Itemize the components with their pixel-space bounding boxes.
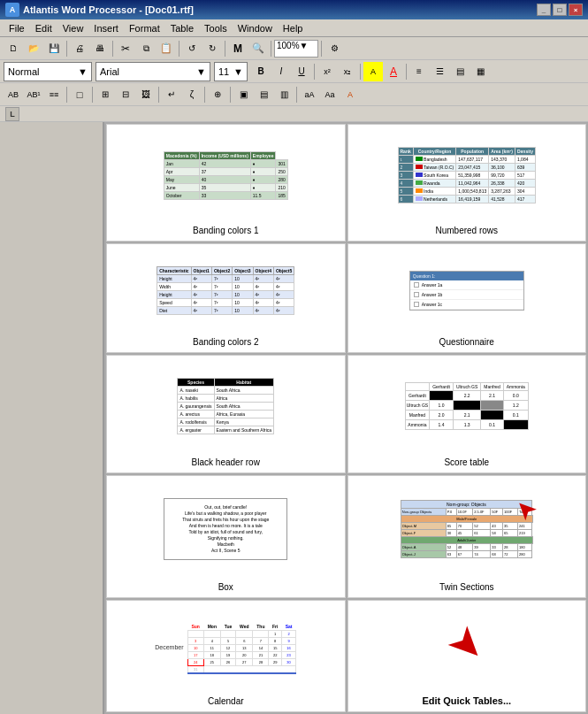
box-text-content: Out, out, brief candle! Life's but a wal… (170, 504, 281, 554)
thumb-img-nr: Rank Country/Region Population Area (km²… (352, 128, 583, 222)
align-right-button[interactable]: ▤ (450, 62, 470, 81)
find-button[interactable]: M (228, 39, 248, 58)
thumb-img-bc1: Macedonia (%)Income (USD millions)Employ… (111, 128, 341, 222)
menu-tools[interactable]: Tools (199, 21, 233, 35)
font-color-button[interactable]: A (384, 62, 403, 81)
italic-button[interactable]: I (271, 62, 291, 81)
paste-button[interactable]: 📋 (157, 39, 176, 58)
thumb-label-quest: Questionnaire (439, 337, 494, 347)
style-dropdown-icon: ▼ (78, 66, 88, 77)
main-content: Macedonia (%)Income (USD millions)Employ… (0, 122, 588, 714)
thumb-img-edit-qt: ➤ (352, 604, 583, 692)
thumb-label-box: Box (218, 582, 233, 592)
thumbnail-numbered-rows[interactable]: Rank Country/Region Population Area (km²… (347, 124, 587, 242)
new-button[interactable]: 🗋 (4, 39, 23, 58)
menu-help[interactable]: Help (278, 21, 309, 35)
sep-f1 (314, 64, 315, 80)
tb2-btn14[interactable]: aA (300, 85, 319, 104)
thumbnail-questionnaire[interactable]: Question 1: Answer 1a Answer 1b Answer 1… (347, 243, 587, 353)
close-button[interactable]: × (569, 4, 583, 16)
minimize-button[interactable]: _ (537, 4, 551, 16)
thumb-img-box: Out, out, brief candle! Life's but a wal… (111, 480, 341, 579)
bold-button[interactable]: B (251, 62, 271, 81)
window-title: Atlantis Word Processor - [Doc01.rtf] (23, 4, 537, 15)
font-value: Arial (100, 66, 119, 77)
thumbnail-edit-quick-tables[interactable]: ➤ Edit Quick Tables... (347, 600, 587, 712)
thumbnail-banding-colors-1[interactable]: Macedonia (%)Income (USD millions)Employ… (106, 124, 346, 242)
thumb-img-twin: Nom-group: Objects Non-group Objects P.0… (396, 480, 538, 579)
print-button[interactable]: 🖶 (90, 39, 110, 58)
open-button[interactable]: 📂 (24, 39, 43, 58)
align-left-button[interactable]: ≡ (409, 62, 429, 81)
size-dropdown-icon: ▼ (233, 66, 243, 77)
sep-1 (66, 41, 67, 57)
tb2-btn12[interactable]: ▤ (254, 85, 273, 104)
thumb-img-bhr: SpeciesHabitat A. nasekiSouth Africa A. … (111, 359, 341, 453)
superscript-button[interactable]: x² (317, 62, 337, 81)
style-combo[interactable]: Normal ▼ (4, 62, 92, 81)
tb2-btn5[interactable]: ⊞ (95, 85, 115, 104)
subscript-button[interactable]: x₂ (338, 62, 357, 81)
search-button[interactable]: 🔍 (248, 39, 268, 58)
size-combo[interactable]: 11 ▼ (214, 62, 248, 81)
thumb-label-edit-qt: Edit Quick Tables... (422, 695, 511, 706)
thumbnail-twin-sections[interactable]: Nom-group: Objects Non-group Objects P.0… (347, 475, 587, 598)
thumb-label-bhr: Black header row (192, 457, 260, 467)
tb2-btn15[interactable]: Aa (320, 85, 340, 104)
thumbnail-banding-colors-2[interactable]: CharacteristicObject1Object2Object3Objec… (106, 243, 346, 353)
align-center-button[interactable]: ☰ (430, 62, 449, 81)
sep-t5 (230, 87, 231, 103)
tb2-btn9[interactable]: ζ (182, 85, 202, 104)
copy-button[interactable]: ⧉ (136, 39, 156, 58)
tb2-btn13[interactable]: ▥ (274, 85, 294, 104)
tb2-btn2[interactable]: AB¹ (24, 85, 43, 104)
underline-button[interactable]: U (292, 62, 311, 81)
zoom-combo[interactable]: 100%▼ (274, 40, 318, 58)
style-font-toolbar: Normal ▼ Arial ▼ 11 ▼ B I U x² x₂ A A ≡ … (0, 60, 588, 83)
undo-button[interactable]: ↺ (182, 39, 202, 58)
sep-t1 (66, 87, 67, 103)
thumb-label-cal: Calendar (208, 696, 244, 706)
menu-bar: File Edit View Insert Format Table Tools… (0, 19, 588, 37)
tb2-btn1[interactable]: AB (4, 85, 23, 104)
quick-tables-grid[interactable]: Macedonia (%)Income (USD millions)Employ… (104, 122, 588, 714)
menu-insert[interactable]: Insert (88, 21, 124, 35)
menu-edit[interactable]: Edit (30, 21, 57, 35)
window-controls: _ □ × (537, 4, 583, 16)
sep-f2 (360, 64, 361, 80)
tb2-btn10[interactable]: ⊕ (208, 85, 227, 104)
tb2-btn3[interactable]: ≡≡ (44, 85, 64, 104)
tb2-btn6[interactable]: ⊟ (116, 85, 135, 104)
sep-5 (271, 41, 271, 57)
tb2-btn11[interactable]: ▣ (233, 85, 253, 104)
menu-file[interactable]: File (4, 21, 30, 35)
menu-format[interactable]: Format (124, 21, 165, 35)
tb2-btn7[interactable]: 🖼 (136, 85, 156, 104)
highlight-button[interactable]: A (363, 62, 383, 81)
justify-button[interactable]: ▦ (470, 62, 490, 81)
app-icon: A (5, 3, 19, 17)
redo-button[interactable]: ↻ (202, 39, 222, 58)
tb2-btn16[interactable]: A (340, 85, 360, 104)
cut-button[interactable]: ✂ (116, 39, 135, 58)
thumbnail-calendar[interactable]: December SunMonTueWedThuFriSat 1 2 (106, 600, 346, 712)
save-button[interactable]: 💾 (44, 39, 64, 58)
font-combo[interactable]: Arial ▼ (95, 62, 210, 81)
size-value: 11 (218, 66, 229, 77)
ruler-marker[interactable]: L (5, 107, 19, 121)
thumbnail-box[interactable]: Out, out, brief candle! Life's but a wal… (106, 475, 346, 598)
menu-view[interactable]: View (57, 21, 89, 35)
thumbnail-score-table[interactable]: Gerhardt Ultruch GS Manfred Ammonia Gerh… (347, 355, 587, 472)
thumbnail-black-header-row[interactable]: SpeciesHabitat A. nasekiSouth Africa A. … (106, 355, 346, 472)
maximize-button[interactable]: □ (553, 4, 567, 16)
menu-window[interactable]: Window (233, 21, 278, 35)
sep-4 (225, 41, 225, 57)
tb2-btn8[interactable]: ↵ (162, 85, 181, 104)
menu-table[interactable]: Table (165, 21, 199, 35)
thumb-img-cal: December SunMonTueWedThuFriSat 1 2 (155, 604, 296, 693)
toolbar-1: 🗋 📂 💾 🖨 🖶 ✂ ⧉ 📋 ↺ ↻ M 🔍 100%▼ ⚙ (0, 37, 588, 60)
print-preview-button[interactable]: 🖨 (70, 39, 89, 58)
tb2-btn4[interactable]: □ (70, 85, 89, 104)
settings-button[interactable]: ⚙ (325, 39, 344, 58)
sep-t4 (204, 87, 205, 103)
